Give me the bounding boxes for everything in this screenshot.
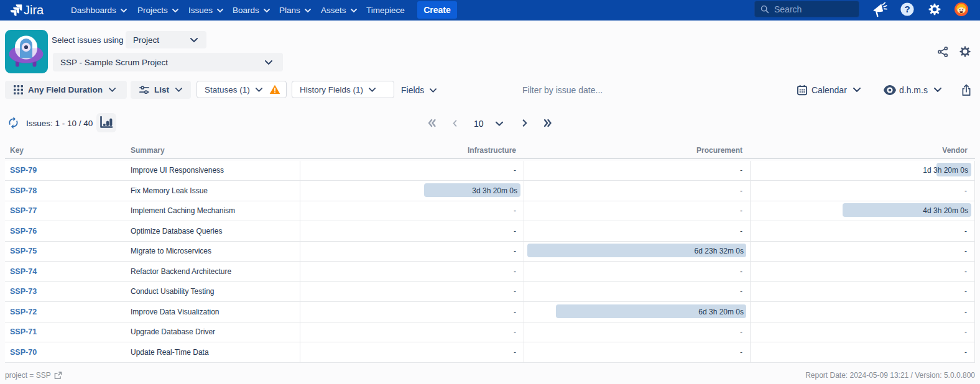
svg-text:?: ? [904,4,910,14]
